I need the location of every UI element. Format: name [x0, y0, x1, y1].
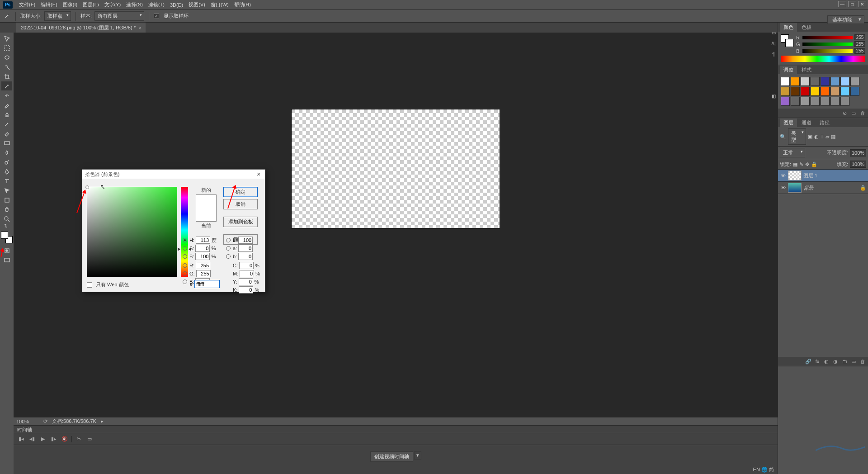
navigator-panel-icon[interactable]: ◧ — [770, 92, 777, 100]
web-only-checkbox[interactable] — [87, 282, 92, 288]
layer-thumb[interactable] — [788, 171, 802, 180]
play-icon[interactable]: ▶ — [39, 436, 47, 443]
new-layer-icon[interactable]: ▭ — [850, 358, 857, 365]
a-input[interactable] — [238, 245, 253, 252]
mute-icon[interactable]: 🔇 — [61, 436, 69, 443]
tab-swatches[interactable]: 色板 — [798, 23, 815, 32]
style-swatch[interactable] — [840, 87, 849, 96]
heal-tool[interactable] — [1, 91, 12, 100]
opacity-input[interactable]: 100% — [850, 149, 866, 156]
history-brush-tool[interactable] — [1, 119, 12, 128]
document-canvas[interactable] — [292, 109, 500, 228]
style-swatch[interactable] — [781, 97, 790, 106]
show-ring-checkbox[interactable] — [154, 14, 159, 19]
menu-file[interactable]: 文件(F) — [16, 1, 38, 8]
style-swatch[interactable] — [840, 97, 849, 106]
tab-styles[interactable]: 样式 — [798, 66, 815, 74]
blend-mode-dropdown[interactable]: 正常 — [780, 148, 805, 157]
filter-type-icon[interactable]: T — [821, 134, 824, 139]
y-input[interactable] — [239, 278, 253, 285]
m-input[interactable] — [240, 270, 254, 277]
document-tab[interactable]: 2022-10-04_093128.png @ 100% (图层 1, RGB/… — [16, 23, 146, 33]
link-layers-icon[interactable]: 🔗 — [805, 358, 812, 365]
style-swatch[interactable] — [850, 87, 859, 96]
character-panel-icon[interactable]: A| — [770, 40, 777, 47]
panel-bg-swatch[interactable] — [785, 39, 793, 47]
style-swatch[interactable] — [791, 87, 800, 96]
r-input[interactable] — [196, 262, 210, 269]
b2-input[interactable] — [238, 253, 253, 260]
sample-layers-dropdown[interactable]: 所有图层 — [94, 11, 144, 21]
window-maximize[interactable]: □ — [848, 1, 856, 7]
menu-filter[interactable]: 滤镜(T) — [146, 1, 167, 8]
ok-button[interactable]: 确定 — [223, 187, 258, 197]
ime-indicator[interactable]: EN 🌐 简 — [750, 465, 778, 474]
prev-frame-icon[interactable]: ◂▮ — [28, 436, 36, 443]
s-radio[interactable] — [183, 246, 187, 251]
dialog-close-button[interactable]: × — [255, 171, 262, 178]
mask-icon[interactable]: ◐ — [823, 358, 830, 365]
crop-tool[interactable] — [1, 72, 12, 81]
style-swatch[interactable] — [850, 77, 859, 86]
paragraph-panel-icon[interactable]: ¶ — [770, 51, 777, 58]
new-style-icon[interactable]: ▭ — [850, 110, 857, 116]
window-minimize[interactable]: — — [838, 1, 846, 7]
layer-row-1[interactable]: 👁 图层 1 — [778, 170, 868, 182]
lock-transparent-icon[interactable]: ▦ — [793, 161, 797, 167]
menu-view[interactable]: 视图(V) — [186, 1, 208, 8]
filter-shape-icon[interactable]: ▱ — [826, 134, 829, 140]
k-input[interactable] — [239, 286, 253, 294]
layer-name[interactable]: 图层 1 — [803, 172, 817, 179]
b-value[interactable]: 255 — [854, 48, 865, 54]
fx-icon[interactable]: fx — [814, 358, 821, 365]
s-input[interactable] — [195, 245, 210, 252]
saturation-value-field[interactable] — [87, 187, 177, 277]
tab-paths[interactable]: 路径 — [816, 118, 833, 127]
b2-radio[interactable] — [226, 254, 231, 259]
timeline-type-dropdown[interactable]: ▾ — [414, 451, 421, 460]
trash-layer-icon[interactable]: 🗑 — [859, 358, 866, 365]
path-select-tool[interactable] — [1, 186, 12, 195]
shape-tool[interactable] — [1, 195, 12, 204]
move-tool[interactable] — [1, 34, 12, 43]
fill-input[interactable]: 100% — [850, 161, 866, 168]
c-input[interactable] — [239, 262, 254, 269]
style-swatch[interactable] — [801, 97, 810, 106]
dodge-tool[interactable] — [1, 157, 12, 166]
tab-color[interactable]: 颜色 — [780, 23, 797, 32]
hand-tool[interactable] — [1, 205, 12, 214]
style-swatch[interactable] — [801, 77, 810, 86]
menu-window[interactable]: 窗口(W) — [208, 1, 231, 8]
eraser-tool[interactable] — [1, 129, 12, 138]
workspace-switcher[interactable]: 基本功能 — [827, 15, 864, 24]
refresh-icon[interactable]: ⟳ — [43, 418, 47, 424]
sample-size-dropdown[interactable]: 取样点 — [44, 11, 71, 21]
add-swatch-button[interactable]: 添加到色板 — [223, 217, 258, 227]
b-slider[interactable] — [802, 49, 853, 53]
style-swatch[interactable] — [830, 77, 840, 86]
g-input[interactable] — [196, 270, 211, 277]
marquee-tool[interactable] — [1, 43, 12, 52]
zoom-level[interactable]: 100% — [16, 419, 39, 424]
gradient-tool[interactable] — [1, 138, 12, 147]
tab-adjust[interactable]: 调整 — [780, 66, 797, 74]
color-swatches[interactable] — [1, 232, 13, 243]
swap-colors-icon[interactable] — [1, 224, 12, 229]
filter-pixel-icon[interactable]: ▣ — [808, 134, 812, 140]
wand-tool[interactable] — [1, 62, 12, 71]
zoom-tool[interactable] — [1, 214, 12, 223]
split-icon[interactable]: ✂ — [75, 436, 83, 443]
g-slider[interactable] — [802, 43, 853, 46]
screenmode-tool[interactable] — [1, 256, 12, 265]
style-swatch[interactable] — [811, 97, 820, 106]
style-swatch[interactable] — [811, 77, 820, 86]
style-swatch[interactable] — [811, 87, 820, 96]
layer-name[interactable]: 背景 — [803, 185, 813, 191]
menu-text[interactable]: 文字(Y) — [102, 1, 124, 8]
layer-row-bg[interactable]: 👁 背景 🔒 — [778, 182, 868, 194]
eyedropper-tool[interactable] — [1, 81, 12, 90]
history-panel-icon[interactable]: ▭ — [770, 29, 777, 36]
g-radio[interactable] — [183, 271, 187, 276]
adjustment-icon[interactable]: ◑ — [832, 358, 839, 365]
brush-tool[interactable] — [1, 100, 12, 109]
